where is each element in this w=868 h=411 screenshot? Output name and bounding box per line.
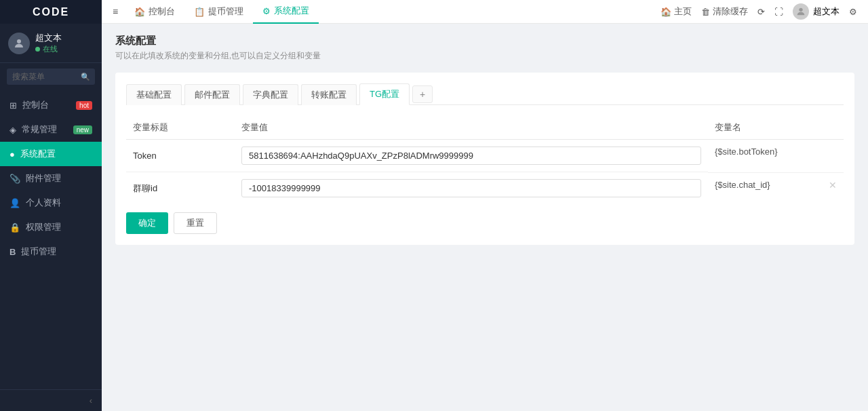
row-varname-0: {$site.botToken} <box>708 140 844 163</box>
col-header-name: 变量名 <box>708 116 844 140</box>
sidebar-item-files[interactable]: 📎 附件管理 <box>0 166 102 191</box>
row-value-cell-0 <box>235 140 708 172</box>
sidebar: CODE 超文本 在线 🔍 ⊞ 控制台 hot ◈ 常规管理 new ● <box>0 0 102 411</box>
topbar: ≡ 🏠 控制台 📋 提币管理 ⚙ 系统配置 🏠 主页 🗑 清除缓存 <box>102 0 868 24</box>
tab-basic[interactable]: 基础配置 <box>126 84 182 105</box>
svg-point-0 <box>17 39 21 43</box>
sidebar-item-sysconfig[interactable]: ● 系统配置 <box>0 142 102 166</box>
sidebar-item-general[interactable]: ◈ 常规管理 new <box>0 117 102 142</box>
dot-icon: ● <box>9 149 15 159</box>
home-icon: 🏠 <box>134 7 145 17</box>
tokens-icon: 📋 <box>194 7 205 17</box>
b-icon: B <box>9 247 16 257</box>
user-info: 超文本 在线 <box>35 32 62 54</box>
page-description: 可以在此填改系统的变量和分组,也可以自定义分组和变量 <box>115 50 854 62</box>
user-status: 在线 <box>35 44 62 54</box>
sidebar-item-label: 提币管理 <box>21 246 56 258</box>
main-content: 系统配置 可以在此填改系统的变量和分组,也可以自定义分组和变量 基础配置 邮件配… <box>102 24 868 411</box>
delete-row-button-1[interactable]: ✕ <box>829 180 837 191</box>
reset-button[interactable]: 重置 <box>174 212 217 234</box>
row-varname-1: {$site.chat_id} ✕ <box>708 172 844 197</box>
row-value-input-1[interactable] <box>241 179 701 197</box>
topbar-username: 超文本 <box>813 5 840 18</box>
sidebar-logo: CODE <box>0 0 102 24</box>
sidebar-search[interactable]: 🔍 <box>7 68 95 85</box>
sidebar-item-profile[interactable]: 👤 个人资料 <box>0 191 102 215</box>
action-buttons: 确定 重置 <box>126 212 844 234</box>
table-row: Token {$site.botToken} <box>126 140 844 172</box>
tab-add-button[interactable]: + <box>412 85 433 103</box>
sidebar-item-label: 附件管理 <box>26 172 61 184</box>
search-icon: 🔍 <box>81 73 90 81</box>
topbar-fullscreen-button[interactable]: ⛶ <box>774 7 783 17</box>
confirm-button[interactable]: 确定 <box>126 212 168 234</box>
trash-icon: 🗑 <box>701 7 710 17</box>
config-tabs: 基础配置 邮件配置 字典配置 转账配置 TG配置 + <box>126 83 844 105</box>
tab-transfer[interactable]: 转账配置 <box>301 84 357 105</box>
lock-icon: 🔒 <box>9 222 20 233</box>
fullscreen-icon: ⛶ <box>774 7 783 17</box>
file-icon: 📎 <box>9 174 20 184</box>
sidebar-item-perms[interactable]: 🔒 权限管理 <box>0 215 102 239</box>
grid-icon: ⊞ <box>9 100 17 111</box>
gear-icon: ⚙ <box>262 6 271 16</box>
sidebar-item-dashboard[interactable]: ⊞ 控制台 hot <box>0 93 102 117</box>
topbar-nav-sysconfig[interactable]: ⚙ 系统配置 <box>253 0 319 24</box>
col-header-label: 变量标题 <box>126 116 235 140</box>
svg-point-1 <box>799 8 802 12</box>
sidebar-item-label: 权限管理 <box>26 221 61 233</box>
sidebar-item-label: 控制台 <box>22 99 49 111</box>
sidebar-user: 超文本 在线 <box>0 24 102 63</box>
row-value-cell-1 <box>235 172 708 205</box>
sidebar-item-label: 个人资料 <box>26 197 61 209</box>
row-value-input-0[interactable] <box>241 146 701 165</box>
row-label-1: 群聊id <box>126 172 235 205</box>
topbar-home-button[interactable]: 🏠 主页 <box>660 5 692 18</box>
hot-badge: hot <box>76 101 92 110</box>
topbar-settings-button[interactable]: ⚙ <box>849 7 857 17</box>
refresh-icon: ⟳ <box>757 7 765 17</box>
main-area: ≡ 🏠 控制台 📋 提币管理 ⚙ 系统配置 🏠 主页 🗑 清除缓存 <box>102 0 868 411</box>
sidebar-item-tokens[interactable]: B 提币管理 <box>0 239 102 264</box>
user-icon: 👤 <box>9 198 20 208</box>
config-card: 基础配置 邮件配置 字典配置 转账配置 TG配置 + <box>115 73 854 245</box>
topbar-clearcache-button[interactable]: 🗑 清除缓存 <box>701 5 748 18</box>
settings-gear-icon: ⚙ <box>849 7 857 17</box>
row-label-0: Token <box>126 140 235 172</box>
topbar-nav-tokens[interactable]: 📋 提币管理 <box>184 0 253 24</box>
topbar-nav: 🏠 控制台 📋 提币管理 ⚙ 系统配置 <box>125 0 660 24</box>
col-header-value: 变量值 <box>235 116 708 140</box>
tab-dict[interactable]: 字典配置 <box>243 84 298 105</box>
sidebar-item-label: 系统配置 <box>20 148 56 160</box>
tab-mail[interactable]: 邮件配置 <box>184 84 240 105</box>
var-name-text-0: {$site.botToken} <box>715 146 778 157</box>
status-dot <box>35 47 40 52</box>
topbar-user[interactable]: 超文本 <box>793 3 840 20</box>
sidebar-collapse-button[interactable]: ‹ <box>0 389 102 411</box>
table-row: 群聊id {$site.chat_id} ✕ <box>126 172 844 205</box>
new-badge: new <box>73 125 92 134</box>
topbar-nav-dashboard[interactable]: 🏠 控制台 <box>125 0 184 24</box>
sidebar-item-label: 常规管理 <box>22 123 57 136</box>
chevron-left-icon: ‹ <box>90 395 92 406</box>
sidebar-nav: ⊞ 控制台 hot ◈ 常规管理 new ● 系统配置 📎 附件管理 👤 个人资… <box>0 90 102 389</box>
settings-icon: ◈ <box>9 125 16 135</box>
config-table: 变量标题 变量值 变量名 Token {$site.botToken} 群聊id <box>126 116 844 204</box>
topbar-avatar <box>793 3 809 20</box>
username: 超文本 <box>35 32 62 44</box>
menu-toggle-button[interactable]: ≡ <box>113 6 125 17</box>
tab-tg[interactable]: TG配置 <box>359 83 410 105</box>
page-title: 系统配置 <box>115 35 854 47</box>
home-icon-small: 🏠 <box>660 7 671 17</box>
topbar-actions: 🏠 主页 🗑 清除缓存 ⟳ ⛶ 超文本 ⚙ <box>660 3 857 20</box>
topbar-refresh-button[interactable]: ⟳ <box>757 7 765 17</box>
avatar <box>8 33 30 54</box>
var-name-text-1: {$site.chat_id} <box>715 180 770 190</box>
